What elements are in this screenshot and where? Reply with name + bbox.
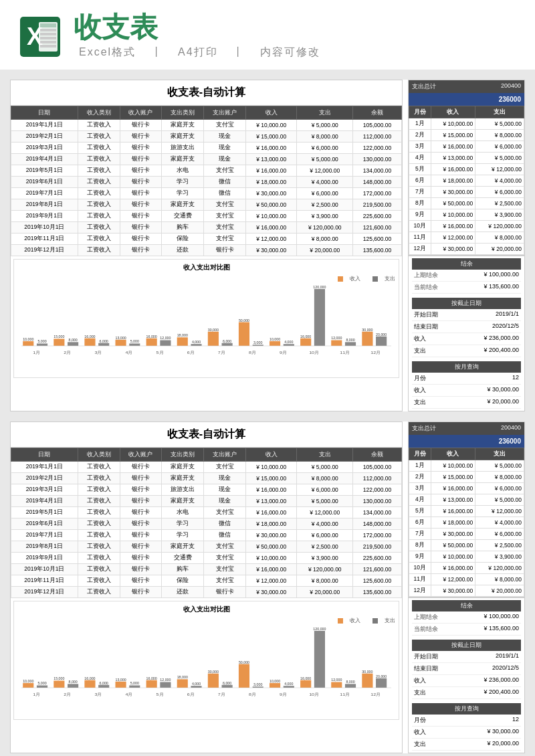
curr-balance-value-1: ¥ 135,600.00	[484, 283, 519, 292]
svg-rect-44	[239, 322, 249, 345]
svg-text:6月: 6月	[187, 350, 195, 354]
monthly-row: 2月¥ 15,000.00¥ 8,000.00	[409, 472, 524, 483]
svg-rect-29	[146, 338, 157, 345]
table-row: 2019年12月1日工资收入银行卡还款银行卡¥ 30,000.00¥ 20,00…	[11, 587, 402, 598]
svg-text:8,000: 8,000	[68, 339, 78, 342]
monthly-row: 5月¥ 16,000.00¥ 12,000.00	[409, 164, 524, 175]
svg-rect-81	[98, 684, 109, 687]
svg-text:6,000: 6,000	[100, 682, 109, 685]
date-section-2: 按截止日期 开始日期 2019/1/1 结束日期 2020/12/5 收入 ¥ …	[409, 638, 524, 701]
page-title: 收支表	[74, 13, 326, 41]
svg-text:5,000: 5,000	[130, 682, 140, 685]
svg-text:10,000: 10,000	[23, 680, 33, 683]
right-blue-bar-2: 236000	[409, 435, 524, 448]
left-panel-2: 收支表-自动计算 日期 收入类别 收入账户 支出类别 支出账户 收入 支出 余额…	[10, 421, 403, 753]
table-row: 2019年11月1日工资收入银行卡保险支付宝¥ 12,000.00¥ 8,000…	[11, 575, 402, 587]
top-value-1: 200400	[501, 82, 521, 91]
svg-text:18,000: 18,000	[177, 334, 188, 337]
col-expense-type: 支出类别	[162, 106, 204, 120]
svg-text:1月: 1月	[33, 350, 40, 354]
header: X 收支表 Excel格式 丨 A4打印 丨 内容可修改	[0, 0, 535, 70]
svg-text:9月: 9月	[280, 692, 287, 696]
right-top-bar-1: 支出总计 200400	[409, 80, 524, 93]
subtitle: Excel格式 丨 A4打印 丨 内容可修改	[74, 45, 326, 60]
top-label-1: 支出总计	[412, 82, 436, 91]
svg-rect-7	[40, 41, 56, 43]
svg-rect-20	[98, 343, 109, 345]
svg-text:120,000: 120,000	[313, 628, 326, 631]
svg-rect-24	[115, 339, 126, 345]
svg-rect-30	[160, 340, 171, 346]
curr-balance-label-1: 当前结余	[414, 283, 438, 292]
chart-title-1: 收入支出对比图	[17, 263, 395, 272]
chart-container-1: 收入支出对比图 收入 支出 10,0005,0001月15,0008,0002月…	[13, 259, 399, 378]
monthly-row: 7月¥ 30,000.00¥ 6,000.00	[409, 529, 524, 540]
svg-rect-3	[40, 23, 56, 27]
top-value-2: 200400	[501, 424, 521, 433]
legend-income: 收入	[332, 275, 360, 282]
svg-rect-50	[284, 344, 294, 346]
svg-text:8月: 8月	[249, 692, 256, 696]
mth-col-month: 月份	[409, 106, 431, 118]
svg-rect-126	[376, 678, 387, 687]
svg-text:3,000: 3,000	[253, 341, 263, 345]
col-expense-2: 支出	[297, 448, 353, 462]
col-balance-2: 余额	[353, 448, 402, 462]
main-content: 收支表-自动计算 日期 收入类别 收入账户 支出类别 支出账户 收入 支出 余额…	[0, 70, 535, 756]
table-row: 2019年2月1日工资收入银行卡家庭开支现金¥ 15,000.00¥ 8,000…	[11, 131, 402, 143]
table-row: 2019年7月1日工资收入银行卡学习微信¥ 30,000.00¥ 6,000.0…	[11, 530, 402, 541]
svg-text:10月: 10月	[309, 692, 319, 696]
prev-balance-row-1: 上期结余 ¥ 100,000.00	[412, 270, 521, 282]
svg-rect-19	[84, 338, 95, 345]
monthly-row: 4月¥ 13,000.00¥ 5,000.00	[409, 494, 524, 506]
monthly-table-2: 月份 收入 支出 1月¥ 10,000.00¥ 5,000.002月¥ 15,0…	[409, 448, 524, 597]
month-title-1: 按月查询	[412, 361, 521, 373]
svg-text:30,000: 30,000	[362, 670, 372, 674]
svg-text:16,000: 16,000	[300, 335, 311, 339]
left-panel-1: 收支表-自动计算 日期 收入类别 收入账户 支出类别 支出账户 收入 支出 余额…	[10, 80, 403, 411]
col-income: 收入	[245, 106, 296, 120]
table-row: 2019年4月1日工资收入银行卡家庭开支现金¥ 13,000.00¥ 5,000…	[11, 154, 402, 165]
sheet-block-2: 收支表-自动计算 日期 收入类别 收入账户 支出类别 支出账户 收入 支出 余额…	[10, 421, 525, 753]
table-row: 2019年9月1日工资收入银行卡交通费支付宝¥ 10,000.00¥ 3,900…	[11, 211, 402, 222]
svg-text:15,000: 15,000	[54, 335, 64, 339]
svg-rect-14	[54, 339, 64, 346]
svg-text:3月: 3月	[94, 692, 102, 696]
svg-text:6,000: 6,000	[223, 340, 232, 343]
date-title-1: 按截止日期	[412, 298, 521, 309]
svg-rect-35	[191, 344, 201, 346]
svg-text:2月: 2月	[64, 350, 71, 354]
col-income-type: 收入类别	[78, 106, 120, 120]
summary-title-1: 结余	[412, 258, 521, 270]
col-income-type-2: 收入类别	[78, 448, 120, 462]
curr-balance-row-1: 当前结余 ¥ 135,600.00	[412, 282, 521, 294]
table-row: 2019年5月1日工资收入银行卡水电支付宝¥ 16,000.00¥ 12,000…	[11, 507, 402, 518]
svg-text:10,000: 10,000	[270, 680, 280, 683]
svg-rect-15	[68, 342, 78, 346]
svg-text:120,000: 120,000	[313, 286, 326, 289]
svg-text:12,000: 12,000	[331, 337, 342, 340]
svg-text:20,000: 20,000	[376, 675, 387, 678]
svg-text:18,000: 18,000	[177, 676, 188, 679]
monthly-table-1: 月份 收入 支出 1月¥ 10,000.00¥ 5,000.002月¥ 15,0…	[409, 106, 524, 255]
svg-text:5月: 5月	[156, 350, 164, 354]
chart-legend-2: 收入 支出	[17, 617, 395, 625]
monthly-row: 8月¥ 50,000.00¥ 2,500.00	[409, 198, 524, 209]
month-section-1: 按月查询 月份 12 收入 ¥ 30,000.00 支出 ¥ 20,000.00	[409, 359, 524, 411]
right-blue-bar-1: 236000	[409, 93, 524, 106]
svg-text:12月: 12月	[370, 692, 381, 696]
svg-text:16,000: 16,000	[146, 677, 157, 680]
table-row: 2019年1月1日工资收入银行卡家庭开支支付宝¥ 10,000.00¥ 5,00…	[11, 120, 402, 131]
svg-rect-76	[68, 684, 78, 688]
right-top-bar-2: 支出总计 200400	[409, 422, 524, 435]
svg-text:8,000: 8,000	[68, 680, 78, 684]
svg-rect-9	[23, 341, 33, 345]
prev-balance-value-1: ¥ 100,000.00	[484, 271, 519, 280]
svg-rect-45	[253, 345, 263, 346]
svg-text:3,000: 3,000	[253, 683, 263, 686]
right-panel-1: 支出总计 200400 236000 月份 收入 支出 1月¥ 10,000.0…	[408, 80, 525, 411]
svg-rect-34	[177, 337, 188, 346]
mth-col-expense: 支出	[475, 106, 524, 118]
table-row: 2019年12月1日工资收入银行卡还款银行卡¥ 30,000.00¥ 20,00…	[11, 245, 402, 256]
svg-rect-10	[37, 343, 47, 346]
